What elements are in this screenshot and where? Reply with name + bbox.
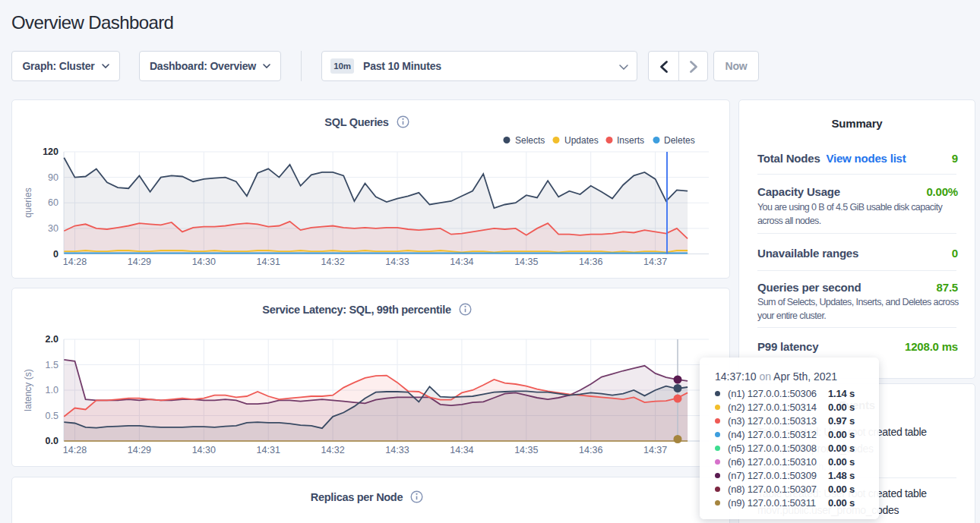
svg-text:14:35: 14:35 bbox=[514, 445, 538, 455]
svg-text:1.0: 1.0 bbox=[46, 385, 58, 395]
svg-text:14:31: 14:31 bbox=[257, 257, 280, 267]
svg-text:14:30: 14:30 bbox=[192, 445, 216, 455]
svg-text:14:32: 14:32 bbox=[321, 445, 344, 455]
svg-text:14:32: 14:32 bbox=[321, 257, 344, 267]
svg-text:14:36: 14:36 bbox=[579, 257, 602, 267]
svg-text:14:33: 14:33 bbox=[385, 445, 409, 455]
svg-text:14:37: 14:37 bbox=[643, 445, 667, 455]
svg-text:14:31: 14:31 bbox=[257, 445, 280, 455]
svg-text:14:34: 14:34 bbox=[450, 445, 473, 455]
svg-text:14:35: 14:35 bbox=[514, 257, 538, 267]
svg-text:30: 30 bbox=[48, 223, 58, 234]
svg-text:Updates: Updates bbox=[564, 135, 599, 146]
svg-text:14:34: 14:34 bbox=[450, 257, 473, 267]
svg-text:14:28: 14:28 bbox=[63, 257, 87, 267]
svg-text:2.0: 2.0 bbox=[46, 334, 58, 345]
svg-text:14:37: 14:37 bbox=[643, 257, 667, 267]
svg-text:1.5: 1.5 bbox=[46, 360, 58, 370]
svg-text:latency (s): latency (s) bbox=[23, 369, 33, 411]
svg-text:0.0: 0.0 bbox=[46, 436, 58, 446]
svg-text:60: 60 bbox=[48, 197, 58, 208]
svg-text:Selects: Selects bbox=[515, 135, 545, 146]
svg-text:Inserts: Inserts bbox=[617, 135, 644, 146]
svg-text:14:30: 14:30 bbox=[192, 257, 216, 267]
svg-text:14:29: 14:29 bbox=[128, 445, 151, 455]
svg-text:14:28: 14:28 bbox=[63, 445, 87, 455]
svg-text:14:33: 14:33 bbox=[385, 257, 409, 267]
svg-text:0: 0 bbox=[53, 249, 58, 260]
svg-text:14:29: 14:29 bbox=[128, 257, 151, 267]
svg-text:0.5: 0.5 bbox=[46, 411, 58, 421]
svg-text:120: 120 bbox=[43, 147, 58, 157]
svg-text:90: 90 bbox=[48, 172, 58, 183]
svg-text:Deletes: Deletes bbox=[664, 135, 695, 146]
svg-text:queries: queries bbox=[23, 187, 33, 217]
svg-text:14:36: 14:36 bbox=[579, 445, 602, 455]
